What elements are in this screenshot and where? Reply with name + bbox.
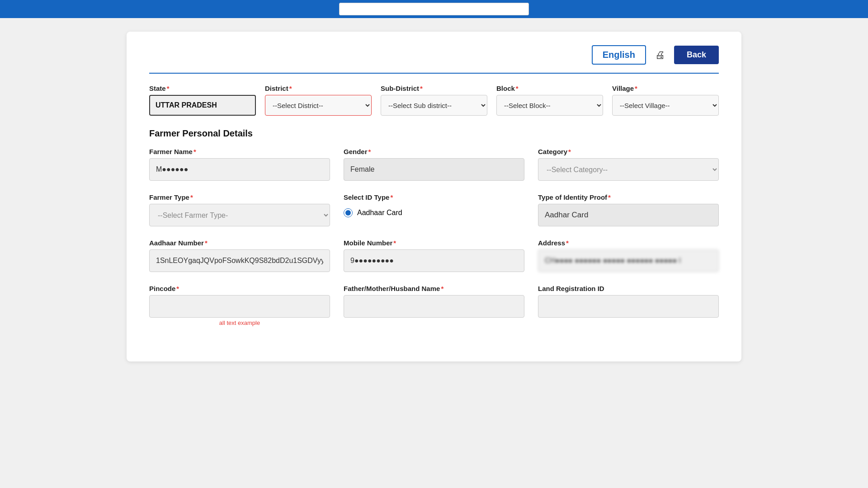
aadhaar-number-input[interactable] bbox=[149, 249, 330, 272]
subdistrict-field: Sub-District* --Select Sub district-- bbox=[381, 84, 487, 116]
address-input[interactable] bbox=[538, 249, 719, 272]
row-farmer-gender-category: Farmer Name* Gender* Category* --Select … bbox=[149, 148, 719, 181]
farmer-name-field: Farmer Name* bbox=[149, 148, 330, 181]
father-name-label: Father/Mother/Husband Name* bbox=[344, 285, 524, 292]
select-id-type-label: Select ID Type* bbox=[344, 193, 524, 201]
farmer-type-field: Farmer Type* --Select Farmer Type- bbox=[149, 193, 330, 226]
id-type-radio-group: Aadhaar Card bbox=[344, 204, 524, 217]
aadhaar-card-label: Aadhaar Card bbox=[357, 209, 402, 217]
mobile-number-field: Mobile Number* bbox=[344, 239, 524, 272]
block-field: Block* --Select Block-- bbox=[496, 84, 603, 116]
back-button[interactable]: Back bbox=[674, 46, 719, 64]
pincode-note: all text example bbox=[149, 319, 330, 326]
land-reg-input[interactable] bbox=[538, 295, 719, 318]
aadhaar-number-field: Aadhaar Number* bbox=[149, 239, 330, 272]
district-select[interactable]: --Select District-- bbox=[265, 95, 372, 116]
top-actions: English 🖨 Back bbox=[149, 45, 719, 74]
subdistrict-label: Sub-District* bbox=[381, 84, 487, 92]
identity-proof-label: Type of Identity Proof* bbox=[538, 193, 719, 201]
pincode-label: Pincode* bbox=[149, 285, 330, 292]
mobile-number-label: Mobile Number* bbox=[344, 239, 524, 247]
farmer-name-label: Farmer Name* bbox=[149, 148, 330, 155]
farmer-name-input[interactable] bbox=[149, 158, 330, 181]
land-reg-label: Land Registration ID bbox=[538, 285, 719, 292]
village-select[interactable]: --Select Village-- bbox=[612, 95, 719, 116]
gender-field: Gender* bbox=[344, 148, 524, 181]
block-label: Block* bbox=[496, 84, 603, 92]
location-row: State* District* --Select District-- Sub… bbox=[149, 84, 719, 116]
land-reg-field: Land Registration ID bbox=[538, 285, 719, 326]
row-type-id-proof: Farmer Type* --Select Farmer Type- Selec… bbox=[149, 193, 719, 226]
gender-input bbox=[344, 158, 524, 181]
state-input bbox=[149, 95, 256, 116]
state-label: State* bbox=[149, 84, 256, 92]
select-id-type-field: Select ID Type* Aadhaar Card bbox=[344, 193, 524, 226]
subdistrict-select[interactable]: --Select Sub district-- bbox=[381, 95, 487, 116]
row-pincode-father-land: Pincode* all text example Father/Mother/… bbox=[149, 285, 719, 326]
row-aadhaar-mobile-address: Aadhaar Number* Mobile Number* Address* bbox=[149, 239, 719, 272]
category-label: Category* bbox=[538, 148, 719, 155]
mobile-number-input[interactable] bbox=[344, 249, 524, 272]
aadhaar-card-option[interactable]: Aadhaar Card bbox=[344, 208, 524, 217]
aadhaar-card-radio[interactable] bbox=[344, 208, 353, 217]
farmer-type-select[interactable]: --Select Farmer Type- bbox=[149, 204, 330, 226]
district-field: District* --Select District-- bbox=[265, 84, 372, 116]
search-input[interactable] bbox=[339, 3, 529, 15]
identity-proof-input bbox=[538, 204, 719, 226]
village-field: Village* --Select Village-- bbox=[612, 84, 719, 116]
gender-label: Gender* bbox=[344, 148, 524, 155]
father-name-field: Father/Mother/Husband Name* bbox=[344, 285, 524, 326]
district-label: District* bbox=[265, 84, 372, 92]
farmer-type-label: Farmer Type* bbox=[149, 193, 330, 201]
state-field: State* bbox=[149, 84, 256, 116]
top-bar bbox=[0, 0, 868, 18]
category-select[interactable]: --Select Category-- bbox=[538, 158, 719, 181]
pincode-input[interactable] bbox=[149, 295, 330, 318]
block-select[interactable]: --Select Block-- bbox=[496, 95, 603, 116]
personal-details-title: Farmer Personal Details bbox=[149, 128, 719, 139]
address-label: Address* bbox=[538, 239, 719, 247]
category-field: Category* --Select Category-- bbox=[538, 148, 719, 181]
father-name-input[interactable] bbox=[344, 295, 524, 318]
address-field: Address* bbox=[538, 239, 719, 272]
village-label: Village* bbox=[612, 84, 719, 92]
aadhaar-number-label: Aadhaar Number* bbox=[149, 239, 330, 247]
pincode-field: Pincode* all text example bbox=[149, 285, 330, 326]
identity-proof-field: Type of Identity Proof* bbox=[538, 193, 719, 226]
page-container: English 🖨 Back State* District* --Select… bbox=[127, 32, 741, 361]
language-button[interactable]: English bbox=[592, 45, 646, 65]
print-button[interactable]: 🖨 bbox=[651, 47, 669, 63]
print-icon: 🖨 bbox=[655, 49, 665, 61]
